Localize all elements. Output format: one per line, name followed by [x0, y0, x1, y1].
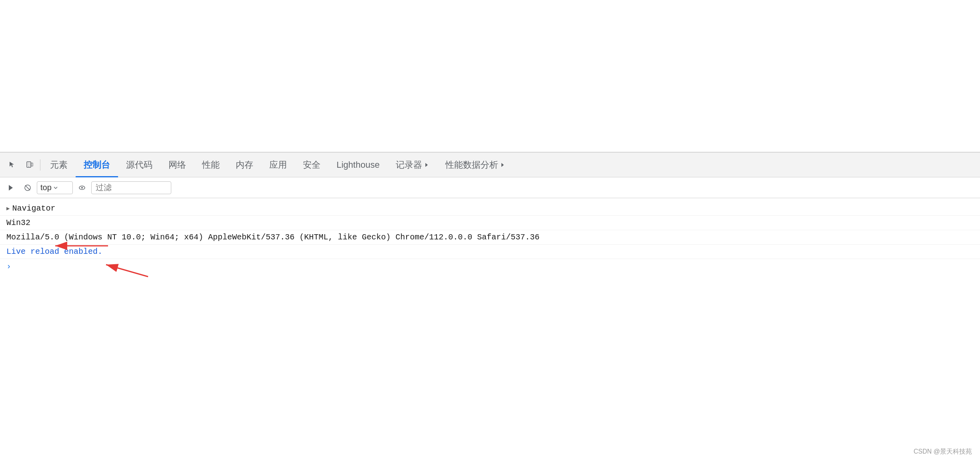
chevron-down-icon [53, 185, 58, 190]
tab-performance[interactable]: 性能 [194, 153, 228, 177]
console-output: ▶ Navigator Win32 Mozilla/5.0 (Windows N… [0, 198, 980, 277]
console-navigator-text: Navigator [12, 204, 55, 213]
inspect-element-icon[interactable] [3, 156, 21, 174]
device-toggle-icon[interactable] [21, 156, 38, 174]
context-selector[interactable]: top [37, 181, 73, 194]
watermark: CSDN @景天科技苑 [914, 448, 972, 456]
svg-rect-1 [28, 162, 30, 166]
tab-divider-1 [40, 159, 40, 171]
tab-performance-insights[interactable]: 性能数据分析 [437, 153, 513, 177]
context-label: top [40, 183, 52, 192]
svg-line-6 [25, 185, 30, 190]
console-row-livereload: Live reload enabled. [0, 245, 980, 259]
tab-console[interactable]: 控制台 [76, 153, 118, 177]
svg-point-8 [81, 187, 83, 189]
tab-elements[interactable]: 元素 [42, 153, 76, 177]
svg-rect-3 [31, 163, 33, 166]
console-livereload-text: Live reload enabled. [6, 247, 102, 256]
svg-marker-4 [9, 185, 13, 191]
svg-point-2 [28, 166, 29, 167]
browser-content-area [0, 0, 980, 152]
console-win32-text: Win32 [6, 218, 30, 227]
devtools-panel: 元素 控制台 源代码 网络 性能 内存 应用 安全 Lighthouse 记录器… [0, 152, 980, 460]
console-row-win32: Win32 [0, 216, 980, 230]
run-script-icon[interactable] [3, 180, 18, 195]
console-toolbar: top [0, 177, 980, 198]
clear-console-icon[interactable] [20, 180, 35, 195]
tab-sources[interactable]: 源代码 [118, 153, 160, 177]
tab-lighthouse[interactable]: Lighthouse [329, 153, 388, 177]
tab-network[interactable]: 网络 [160, 153, 194, 177]
console-row-navigator: ▶ Navigator [0, 201, 980, 216]
devtools-tab-bar: 元素 控制台 源代码 网络 性能 内存 应用 安全 Lighthouse 记录器… [0, 153, 980, 177]
expand-navigator-arrow[interactable]: ▶ [6, 205, 10, 212]
console-prompt-row: › [0, 259, 980, 273]
tab-application[interactable]: 应用 [261, 153, 295, 177]
tab-security[interactable]: 安全 [295, 153, 329, 177]
tab-memory[interactable]: 内存 [228, 153, 261, 177]
console-caret[interactable]: › [6, 262, 11, 271]
filter-input[interactable] [91, 181, 171, 194]
console-row-useragent: Mozilla/5.0 (Windows NT 10.0; Win64; x64… [0, 230, 980, 245]
tab-recorder[interactable]: 记录器 [388, 153, 437, 177]
console-useragent-text: Mozilla/5.0 (Windows NT 10.0; Win64; x64… [6, 233, 539, 242]
eye-icon[interactable] [74, 180, 90, 195]
